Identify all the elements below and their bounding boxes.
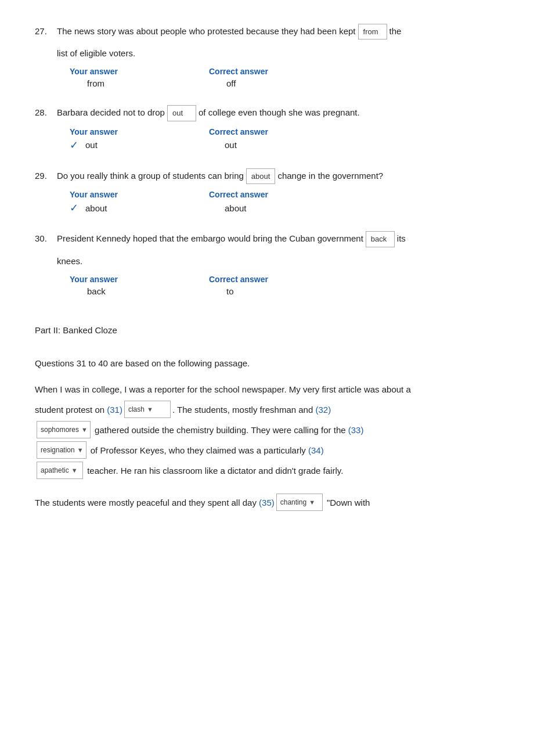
passage-line5-before: The students were mostly peaceful and th… <box>35 493 257 512</box>
dropdown-31-arrow-icon: ▼ <box>147 402 153 416</box>
passage-line4-after: teacher. He ran his classroom like a dic… <box>87 461 343 480</box>
passage-line4-before: of Professor Keyes, who they claimed was… <box>91 441 306 460</box>
q28-check-icon: ✓ <box>70 139 78 152</box>
q30-text-after-its: its <box>397 231 406 246</box>
q28-inline-word: out <box>167 105 196 121</box>
passage-line2: student protest on (31) clash ▼ . The st… <box>35 400 499 419</box>
q28-correct-answer-header: Correct answer <box>209 127 348 136</box>
q27-text-before: The news story was about people who prot… <box>57 23 356 39</box>
passage-line1: When I was in college, I was a reporter … <box>35 380 499 399</box>
passage: When I was in college, I was a reporter … <box>35 380 499 512</box>
q29-check-icon: ✓ <box>70 201 78 214</box>
q30-inline-word: back <box>366 231 395 247</box>
dropdown-32[interactable]: sophomores ▼ <box>37 421 91 438</box>
q30-correct-answer-header: Correct answer <box>209 275 348 284</box>
q27-your-answer-value: from <box>87 78 226 88</box>
part2-section: Part II: Banked Cloze Questions 31 to 40… <box>35 325 499 512</box>
q30-answer-table: Your answer Correct answer back to <box>70 275 499 296</box>
dropdown-35[interactable]: chanting ▼ <box>276 494 323 511</box>
q28-your-answer-value: out <box>85 140 225 150</box>
passage-line3a: sophomores ▼ gathered outside the chemis… <box>35 420 499 440</box>
q30-correct-answer-value: to <box>226 286 366 296</box>
q29-correct-answer-value: about <box>225 203 364 213</box>
passage-line5-after: "Down with <box>327 493 370 512</box>
num33: (33) <box>348 420 364 440</box>
question-28: 28. Barbara decided not to drop out of c… <box>35 105 499 151</box>
q30-text-before: President Kennedy hoped that the embargo… <box>57 231 363 246</box>
dropdown-34-value: apathetic <box>41 463 69 478</box>
passage-line4a: resignation ▼ of Professor Keyes, who th… <box>35 441 499 460</box>
q28-correct-answer-value: out <box>225 140 364 150</box>
q30-your-answer-header: Your answer <box>70 275 209 284</box>
passage-line5: The students were mostly peaceful and th… <box>35 493 499 512</box>
part2-intro: Questions 31 to 40 are based on the foll… <box>35 358 499 368</box>
passage-text-start: When I was in college, I was a reporter … <box>35 380 411 399</box>
dropdown-32-value: sophomores <box>41 422 79 437</box>
passage-line2-after: . The students, mostly freshman and <box>172 400 313 419</box>
part2-title: Part II: Banked Cloze <box>35 325 499 335</box>
q27-num: 27. <box>35 23 52 39</box>
num35: (35) <box>259 493 275 512</box>
q29-num: 29. <box>35 168 52 183</box>
q29-answer-table: Your answer Correct answer ✓ about about <box>70 190 499 214</box>
question-29: 29. Do you really think a group of stude… <box>35 168 499 214</box>
dropdown-33[interactable]: resignation ▼ <box>37 441 86 459</box>
q30-knees: knees. <box>57 253 82 269</box>
q28-your-answer-header: Your answer <box>70 127 209 136</box>
q29-text-before: Do you really think a group of students … <box>57 168 244 183</box>
q27-correct-answer-header: Correct answer <box>209 67 348 76</box>
q29-text-after: change in the government? <box>277 168 383 183</box>
q29-your-answer-header: Your answer <box>70 190 209 199</box>
q29-inline-word: about <box>246 168 276 184</box>
dropdown-35-arrow-icon: ▼ <box>309 495 315 509</box>
dropdown-31[interactable]: clash ▼ <box>124 401 171 418</box>
num34: (34) <box>308 441 324 460</box>
q27-inline-word: from <box>358 24 387 39</box>
dropdown-32-arrow-icon: ▼ <box>81 423 88 437</box>
q30-your-answer-value: back <box>87 286 226 296</box>
q28-answer-table: Your answer Correct answer ✓ out out <box>70 127 499 152</box>
passage-line4b: apathetic ▼ teacher. He ran his classroo… <box>35 461 499 480</box>
question-27: 27. The news story was about people who … <box>35 23 499 88</box>
dropdown-34-arrow-icon: ▼ <box>71 463 78 477</box>
q28-text-after: of college even though she was pregnant. <box>199 105 360 120</box>
q30-num: 30. <box>35 231 52 246</box>
dropdown-33-arrow-icon: ▼ <box>77 443 84 457</box>
q28-text-before: Barbara decided not to drop <box>57 105 165 120</box>
q27-text-after: list of eligible voters. <box>57 45 135 61</box>
dropdown-34[interactable]: apathetic ▼ <box>37 462 83 479</box>
dropdown-31-value: clash <box>128 402 145 417</box>
q27-answer-table: Your answer Correct answer from off <box>70 67 499 88</box>
dropdown-35-value: chanting <box>280 495 306 510</box>
q29-correct-answer-header: Correct answer <box>209 190 348 199</box>
q29-your-answer-value: about <box>85 203 225 213</box>
passage-student-protest: student protest on <box>35 400 104 419</box>
passage-line3: gathered outside the chemistry building.… <box>95 420 345 440</box>
question-30: 30. President Kennedy hoped that the emb… <box>35 231 499 296</box>
q27-correct-answer-value: off <box>226 78 366 88</box>
q28-num: 28. <box>35 105 52 120</box>
num31: (31) <box>107 400 122 419</box>
q27-text-after-inline: the <box>389 23 402 39</box>
dropdown-33-value: resignation <box>41 442 75 458</box>
num32: (32) <box>315 400 331 419</box>
q27-your-answer-header: Your answer <box>70 67 209 76</box>
